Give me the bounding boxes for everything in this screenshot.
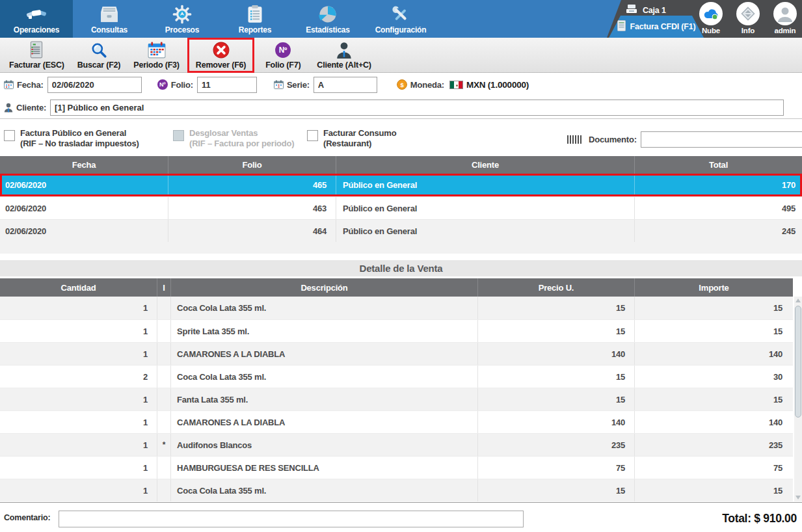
folio-input[interactable] xyxy=(197,77,257,93)
detail-row[interactable]: 1 Sprite Lata 355 ml. 15 15 xyxy=(0,319,793,342)
cell-indicator: * xyxy=(157,434,170,456)
scrollbar-up-arrow[interactable] xyxy=(794,297,802,304)
documento-label: Documento: xyxy=(589,135,637,144)
cell-cliente: Público en General xyxy=(336,197,634,219)
cell-cantidad: 2 xyxy=(0,366,157,388)
nav-item-procesos[interactable]: Procesos xyxy=(146,0,219,38)
cell-folio: 465 xyxy=(168,174,336,196)
comentario-input[interactable] xyxy=(59,511,524,527)
nav-item-label: Procesos xyxy=(165,25,199,34)
checkbox-factura-publico-general[interactable]: Factura Público en General (RIF – No tra… xyxy=(4,128,139,149)
cell-precio: 15 xyxy=(477,479,634,501)
invoice-header-form: Fecha: Nº Folio: Serie: $ Moneda: xyxy=(0,73,802,96)
cell-importe: 140 xyxy=(634,343,793,365)
fecha-input[interactable] xyxy=(47,77,142,93)
cell-precio: 235 xyxy=(477,434,634,456)
admin-button[interactable]: admin xyxy=(761,2,802,34)
person-small-icon xyxy=(4,103,13,113)
documento-field-group: Documento: xyxy=(567,131,802,148)
cliente-button[interactable]: Cliente (Alt+C) xyxy=(310,40,377,71)
cell-descripcion: Coca Cola Lata 355 ml. xyxy=(170,366,477,388)
detail-row[interactable]: 1 HAMBURGUESA DE RES SENCILLA 75 75 xyxy=(0,456,793,479)
documento-input[interactable] xyxy=(641,131,802,148)
nav-item-operaciones[interactable]: Operaciones xyxy=(0,0,73,38)
nav-item-consultas[interactable]: Consultas xyxy=(73,0,146,38)
serie-input[interactable] xyxy=(314,77,377,93)
nav-item-reportes[interactable]: Reportes xyxy=(219,0,291,38)
pos-invoicing-window: Operaciones Consultas xyxy=(0,0,802,532)
cell-precio: 140 xyxy=(477,343,634,365)
detail-row[interactable]: 1 CAMARONES A LA DIABLA 140 140 xyxy=(0,410,793,433)
cell-cantidad: 1 xyxy=(0,320,157,342)
folio-button[interactable]: Nº Folio (F7) xyxy=(256,40,310,71)
detail-scrollbar-track[interactable] xyxy=(794,297,802,501)
periodo-button[interactable]: Periodo (F3) xyxy=(127,40,186,71)
detail-row[interactable]: 2 Coca Cola Lata 355 ml. 15 30 xyxy=(0,365,793,388)
cell-precio: 140 xyxy=(477,411,634,433)
facturar-button[interactable]: Facturar (ESC) xyxy=(3,40,71,71)
cloud-sync-icon xyxy=(699,2,723,25)
scrollbar-down-arrow[interactable] xyxy=(794,494,802,501)
cell-indicator xyxy=(157,366,170,388)
magnifier-icon xyxy=(90,41,107,59)
cliente-input[interactable] xyxy=(50,100,784,116)
folio-label: Folio (F7) xyxy=(265,60,301,70)
detail-row[interactable]: 1 * Audifonos Blancos 235 235 xyxy=(0,433,793,456)
cell-indicator xyxy=(157,411,170,433)
cell-fecha: 02/06/2020 xyxy=(0,220,168,242)
cell-cliente: Público en General xyxy=(336,174,634,196)
invoice-table-header: Fecha Folio Cliente Total xyxy=(0,156,802,174)
moneda-value: MXN (1.000000) xyxy=(466,80,529,90)
fecha-label: Fecha: xyxy=(17,80,44,90)
scrollbar-thumb[interactable] xyxy=(795,306,801,418)
cell-descripcion: Coca Cola Lata 355 ml. xyxy=(170,479,477,501)
column-header-i: I xyxy=(157,278,170,297)
periodo-label: Periodo (F3) xyxy=(133,60,180,70)
detail-row[interactable]: 1 Coca Cola Lata 355 ml. 15 15 xyxy=(0,297,793,319)
sale-detail-table: Cantidad I Descripción Precio U. Importe… xyxy=(0,278,793,501)
clipboard-icon xyxy=(247,4,263,25)
cash-register-icon xyxy=(625,4,638,16)
total-amount: Total: $ 910.00 xyxy=(722,512,797,525)
nav-item-label: Estadísticas xyxy=(306,25,350,34)
detail-row[interactable]: 1 CAMARONES A LA DIABLA 140 140 xyxy=(0,342,793,365)
nav-item-estadisticas[interactable]: Estadísticas xyxy=(291,0,364,38)
detail-row[interactable]: 1 Fanta Lata 355 ml. 15 15 xyxy=(0,388,793,410)
cell-indicator xyxy=(157,479,170,501)
column-header-cliente: Cliente xyxy=(336,156,634,174)
remover-button[interactable]: Remover (F6) xyxy=(189,40,252,71)
checkbox-box-disabled xyxy=(173,130,184,141)
invoice-row[interactable]: 02/06/2020 464 Público en General 245 xyxy=(0,219,802,242)
footer-bar: Comentario: Total: $ 910.00 xyxy=(0,502,802,532)
cell-total: 245 xyxy=(634,220,802,242)
checkbox-box[interactable] xyxy=(307,130,318,141)
nav-item-label: Consultas xyxy=(91,25,127,34)
invoice-document-icon xyxy=(617,20,626,33)
cell-cantidad: 1 xyxy=(0,479,157,501)
cell-importe: 75 xyxy=(634,457,793,479)
column-header-folio: Folio xyxy=(168,156,336,174)
cell-importe: 15 xyxy=(634,297,793,319)
checkbox-label-line1: Facturar Consumo xyxy=(323,128,396,139)
cell-descripcion: CAMARONES A LA DIABLA xyxy=(170,411,477,433)
column-header-importe: Importe xyxy=(634,278,793,297)
column-header-cantidad: Cantidad xyxy=(0,278,157,297)
checkbox-box[interactable] xyxy=(4,130,15,141)
remover-label: Remover (F6) xyxy=(196,60,246,70)
remove-x-icon xyxy=(213,41,230,59)
nav-item-label: Reportes xyxy=(239,25,271,34)
invoice-table-empty-strip xyxy=(0,242,802,254)
invoice-row[interactable]: 02/06/2020 463 Público en General 495 xyxy=(0,196,802,219)
nav-item-configuracion[interactable]: Configuración xyxy=(364,0,437,38)
cell-descripcion: Fanta Lata 355 ml. xyxy=(170,388,477,410)
buscar-button[interactable]: Buscar (F2) xyxy=(71,40,127,71)
detail-row[interactable]: 1 Coca Cola Lata 355 ml. 15 15 xyxy=(0,479,793,501)
handshake-icon xyxy=(25,4,47,25)
cell-importe: 30 xyxy=(634,366,793,388)
small-calendar-icon xyxy=(4,80,14,89)
cell-descripcion: Coca Cola Lata 355 ml. xyxy=(170,297,477,319)
checkbox-facturar-consumo[interactable]: Facturar Consumo (Restaurant) xyxy=(307,128,396,149)
cell-cantidad: 1 xyxy=(0,343,157,365)
folio-number-icon: Nº xyxy=(157,79,168,90)
invoice-row-selected[interactable]: 02/06/2020 465 Público en General 170 xyxy=(0,174,802,196)
